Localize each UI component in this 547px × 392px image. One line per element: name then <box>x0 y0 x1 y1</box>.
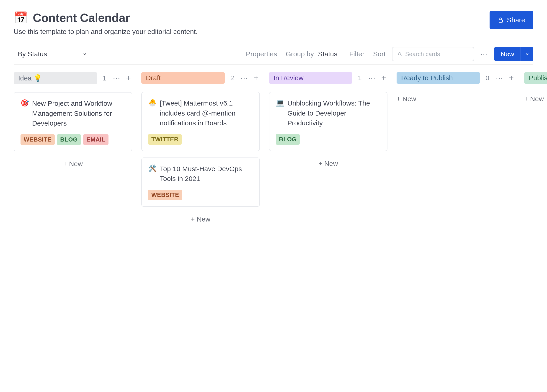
new-button-dropdown[interactable] <box>520 47 533 61</box>
new-button[interactable]: New <box>494 47 520 61</box>
chevron-down-icon <box>525 52 529 56</box>
card-title: Unblocking Workflows: The Guide to Devel… <box>287 98 381 128</box>
card-tag: BLOG <box>276 134 300 145</box>
search-icon <box>397 52 402 56</box>
add-card-button[interactable]: + New <box>397 92 515 106</box>
column-add-button[interactable]: + <box>508 74 515 82</box>
card-emoji: 🎯 <box>21 98 29 107</box>
board-card[interactable]: 💻Unblocking Workflows: The Guide to Deve… <box>269 92 387 151</box>
page-subtitle: Use this template to plan and organize y… <box>14 28 198 35</box>
add-card-button[interactable]: + New <box>269 158 387 170</box>
search-box[interactable] <box>392 47 474 61</box>
column-add-button[interactable]: + <box>125 74 132 82</box>
view-selector-label: By Status <box>18 50 47 58</box>
column-ready: Ready to Publish0⋯++ New <box>397 72 515 106</box>
status-pill-draft[interactable]: Draft <box>141 72 225 84</box>
add-card-button[interactable]: + New <box>524 92 547 106</box>
toolbar-more-button[interactable]: ⋯ <box>478 50 490 58</box>
sort-button[interactable]: Sort <box>371 48 388 60</box>
view-selector[interactable]: By Status <box>14 48 91 61</box>
properties-button[interactable]: Properties <box>244 48 280 60</box>
card-tag: BLOG <box>57 134 81 145</box>
status-pill-in_review[interactable]: In Review <box>269 72 352 84</box>
column-add-button[interactable]: + <box>252 74 260 82</box>
card-tag: TWITTER <box>148 134 182 145</box>
add-card-button[interactable]: + New <box>141 213 260 225</box>
svg-point-1 <box>398 52 401 55</box>
column-more-button[interactable]: ⋯ <box>495 74 504 82</box>
board-card[interactable]: 🛠️Top 10 Must-Have DevOps Tools in 2021W… <box>141 158 260 207</box>
status-pill-ready[interactable]: Ready to Publish <box>397 72 480 84</box>
card-emoji: 🛠️ <box>148 164 157 173</box>
search-input[interactable] <box>405 51 469 58</box>
card-title: New Project and Workflow Management Solu… <box>32 98 125 128</box>
page-title: Content Calendar <box>33 11 130 25</box>
share-button[interactable]: Share <box>490 11 533 29</box>
board-card[interactable]: 🐣[Tweet] Mattermost v6.1 includes card @… <box>141 92 260 151</box>
card-emoji: 💻 <box>276 98 284 107</box>
card-emoji: 🐣 <box>148 98 157 107</box>
card-tag: WEBSITE <box>148 190 182 200</box>
column-in_review: In Review1⋯+💻Unblocking Workflows: The G… <box>269 72 387 170</box>
chevron-down-icon <box>82 52 87 56</box>
column-more-button[interactable]: ⋯ <box>239 74 249 82</box>
add-card-button[interactable]: + New <box>14 158 132 170</box>
column-count: 1 <box>356 74 364 82</box>
lock-icon <box>498 17 504 23</box>
column-count: 0 <box>483 74 492 82</box>
card-tag: WEBSITE <box>21 134 55 145</box>
card-title: [Tweet] Mattermost v6.1 includes card @-… <box>160 98 253 128</box>
column-more-button[interactable]: ⋯ <box>112 75 122 82</box>
group-by-value-button[interactable]: Status <box>318 50 341 58</box>
svg-rect-0 <box>499 20 502 22</box>
card-title: Top 10 Must-Have DevOps Tools in 2021 <box>160 164 253 184</box>
svg-line-2 <box>400 55 401 56</box>
column-add-button[interactable]: + <box>380 74 387 82</box>
column-idea: Idea 💡1⋯+🎯New Project and Workflow Manag… <box>14 72 132 170</box>
column-count: 1 <box>100 74 109 82</box>
page-emoji: 📅 <box>14 12 28 23</box>
status-pill-published[interactable]: Published <box>524 72 547 84</box>
column-count: 2 <box>228 74 236 82</box>
column-more-button[interactable]: ⋯ <box>367 74 377 82</box>
card-tag: EMAIL <box>83 134 109 145</box>
new-button-split: New <box>494 47 533 61</box>
column-draft: Draft2⋯+🐣[Tweet] Mattermost v6.1 include… <box>141 72 260 225</box>
column-published: Published0⋯++ New <box>524 72 547 106</box>
group-by-label: Group by: <box>286 50 316 58</box>
share-button-label: Share <box>507 16 525 24</box>
board-card[interactable]: 🎯New Project and Workflow Management Sol… <box>14 92 132 151</box>
status-pill-idea[interactable]: Idea 💡 <box>14 72 97 84</box>
filter-button[interactable]: Filter <box>347 48 367 60</box>
